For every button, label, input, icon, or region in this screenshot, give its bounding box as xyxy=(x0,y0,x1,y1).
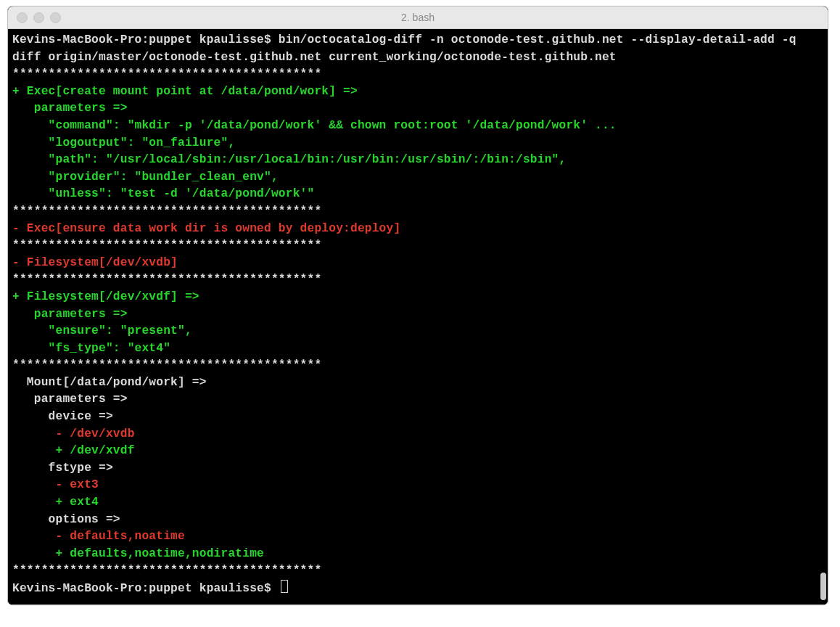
terminal-body[interactable]: Kevins-MacBook-Pro:puppet kpaulisse$ bin… xyxy=(8,29,828,605)
terminal-line: options => xyxy=(12,513,120,526)
terminal-line: ****************************************… xyxy=(12,564,321,577)
terminal-line: device => xyxy=(12,410,113,423)
terminal-line: + ext4 xyxy=(12,496,99,509)
terminal-line: + defaults,noatime,nodiratime xyxy=(12,547,264,560)
terminal-line: - defaults,noatime xyxy=(12,530,185,543)
terminal-line: ****************************************… xyxy=(12,358,321,372)
terminal-line: "ensure": "present", xyxy=(12,324,192,337)
window-title: 2. bash xyxy=(8,12,828,23)
terminal-line: ****************************************… xyxy=(12,239,321,252)
titlebar: 2. bash xyxy=(8,7,828,29)
close-icon[interactable] xyxy=(17,12,28,23)
terminal-line: ****************************************… xyxy=(12,273,321,286)
terminal-line: + Exec[create mount point at /data/pond/… xyxy=(12,85,358,98)
terminal-line: - Filesystem[/dev/xvdb] xyxy=(12,256,178,269)
window-controls xyxy=(17,12,61,23)
terminal-output[interactable]: Kevins-MacBook-Pro:puppet kpaulisse$ bin… xyxy=(12,32,823,598)
zoom-icon[interactable] xyxy=(50,12,61,23)
terminal-prompt: Kevins-MacBook-Pro:puppet kpaulisse$ xyxy=(12,582,279,595)
terminal-line: "command": "mkdir -p '/data/pond/work' &… xyxy=(12,119,617,132)
minimize-icon[interactable] xyxy=(33,12,44,23)
terminal-line: fstype => xyxy=(12,462,113,475)
cursor-icon xyxy=(281,580,288,593)
terminal-line: Kevins-MacBook-Pro:puppet kpaulisse$ bin… xyxy=(12,33,796,46)
scrollbar-thumb[interactable] xyxy=(820,573,826,600)
terminal-line: "fs_type": "ext4" xyxy=(12,342,170,355)
terminal-window: 2. bash Kevins-MacBook-Pro:puppet kpauli… xyxy=(7,6,828,605)
terminal-line: Mount[/data/pond/work] => xyxy=(12,376,207,389)
terminal-line: - ext3 xyxy=(12,478,99,491)
terminal-line: parameters => xyxy=(12,393,128,406)
terminal-line: ****************************************… xyxy=(12,205,321,218)
terminal-line: parameters => xyxy=(12,308,128,321)
terminal-line: diff origin/master/octonode-test.github.… xyxy=(12,51,617,64)
terminal-line: "logoutput": "on_failure", xyxy=(12,136,235,149)
terminal-line: - Exec[ensure data work dir is owned by … xyxy=(12,222,400,235)
terminal-line: ****************************************… xyxy=(12,67,321,81)
terminal-line: - /dev/xvdb xyxy=(12,427,135,440)
terminal-line: "unless": "test -d '/data/pond/work'" xyxy=(12,187,314,200)
terminal-line: + Filesystem[/dev/xvdf] => xyxy=(12,290,199,303)
terminal-line: "provider": "bundler_clean_env", xyxy=(12,171,279,184)
terminal-line: "path": "/usr/local/sbin:/usr/local/bin:… xyxy=(12,153,566,166)
terminal-line: + /dev/xvdf xyxy=(12,444,135,457)
terminal-line: parameters => xyxy=(12,102,128,115)
